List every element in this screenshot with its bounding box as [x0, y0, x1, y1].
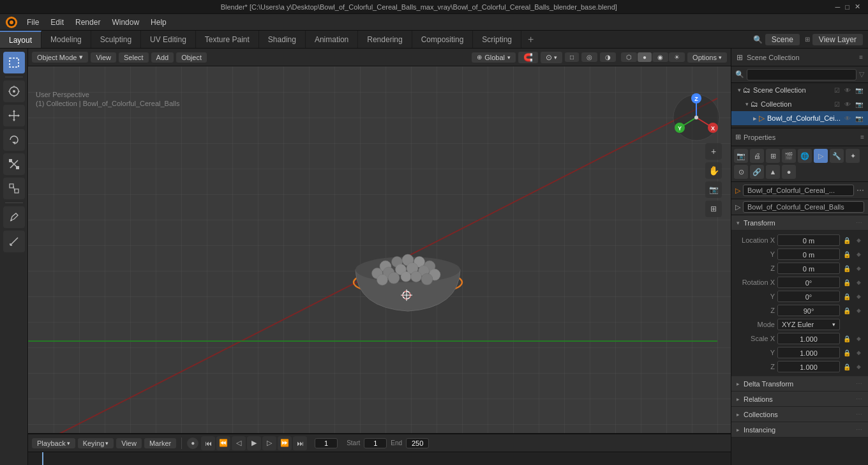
viewport-object-menu[interactable]: Object	[176, 52, 207, 63]
delta-transform-header[interactable]: ▸ Delta Transform ⋯	[731, 376, 868, 392]
rotation-x-val[interactable]: 0°	[777, 277, 840, 288]
bowl-render-btn[interactable]: 📷	[854, 114, 864, 123]
tool-cursor[interactable]	[3, 80, 25, 102]
prop-constraints-icon[interactable]: 🔗	[750, 165, 764, 179]
start-frame[interactable]: 1	[364, 438, 387, 448]
tool-rotate[interactable]	[3, 129, 25, 151]
viewport-xray-toggle[interactable]: ◑	[600, 52, 616, 62]
rot-x-lock[interactable]: 🔒	[842, 279, 851, 286]
tool-transform[interactable]	[3, 178, 25, 199]
scale-y-lock[interactable]: 🔒	[842, 349, 851, 356]
prop-viewlayer-icon[interactable]: ⊞	[766, 149, 780, 163]
marker-menu[interactable]: Marker	[144, 438, 176, 448]
rot-z-lock[interactable]: 🔒	[842, 307, 851, 314]
viewport-3d[interactable]: User Perspective (1) Collection | Bowl_o…	[28, 66, 731, 433]
col-render-btn[interactable]: 📷	[854, 100, 864, 109]
tree-item-collection[interactable]: ▾ 🗂 Collection ☑ 👁 📷	[731, 97, 868, 111]
delta-options[interactable]: ⋯	[856, 380, 863, 387]
object-mode-selector[interactable]: Object Mode ▾	[32, 52, 88, 63]
go-start-btn[interactable]: ⏮	[201, 436, 215, 450]
tool-annotate[interactable]	[3, 206, 25, 228]
col-exclude-btn[interactable]: ☑	[833, 100, 841, 109]
rot-z-key[interactable]: ◆	[854, 307, 863, 314]
tree-item-scene-collection[interactable]: ▾ 🗂 Scene Collection ☑ 👁 📷	[731, 83, 868, 97]
prop-render-icon[interactable]: 📷	[734, 149, 748, 163]
prop-material-icon[interactable]: ●	[782, 165, 796, 179]
prop-physics-icon[interactable]: ⊙	[734, 165, 748, 179]
loc-z-key[interactable]: ◆	[854, 265, 863, 271]
rotation-mode-dropdown[interactable]: XYZ Euler ▾	[777, 319, 840, 330]
tab-uv-editing[interactable]: UV Editing	[141, 31, 196, 48]
prop-particles-icon[interactable]: ✦	[846, 149, 860, 163]
current-frame[interactable]: 1	[315, 438, 338, 448]
loc-y-lock[interactable]: 🔒	[842, 251, 851, 258]
tab-compositing[interactable]: Compositing	[412, 31, 474, 48]
tab-scripting[interactable]: Scripting	[473, 31, 521, 48]
tab-shading[interactable]: Shading	[259, 31, 306, 48]
properties-options[interactable]: ≡	[860, 133, 864, 141]
location-y-val[interactable]: 0 m	[777, 248, 840, 260]
next-frame-btn[interactable]: ⏩	[278, 436, 292, 450]
viewport-proportional-edit[interactable]: ⊙ ▾	[541, 52, 562, 63]
loc-x-lock[interactable]: 🔒	[842, 237, 851, 244]
bowl-visibility-btn[interactable]: 👁	[843, 114, 852, 123]
tab-rendering[interactable]: Rendering	[358, 31, 412, 48]
tool-scale[interactable]	[3, 153, 25, 175]
menu-help[interactable]: Help	[146, 17, 172, 28]
rot-y-lock[interactable]: 🔒	[842, 293, 851, 300]
scale-x-lock[interactable]: 🔒	[842, 335, 851, 342]
tool-move[interactable]	[3, 105, 25, 126]
pan-btn[interactable]: ✋	[705, 162, 722, 179]
object-name-display[interactable]: Bowl_of_Colorful_Cereal_...	[743, 185, 854, 196]
outliner-search-input[interactable]	[747, 69, 857, 80]
minimize-btn[interactable]: ─	[835, 3, 841, 11]
loc-y-key[interactable]: ◆	[854, 251, 863, 257]
scene-exclude-btn[interactable]: ☑	[833, 86, 841, 95]
shading-wireframe[interactable]: ⬡	[621, 52, 637, 62]
viewport-snap-toggle[interactable]: 🧲	[518, 52, 538, 63]
viewport-show-overlays[interactable]: ◎	[581, 52, 597, 62]
scene-selector[interactable]: Scene	[765, 34, 800, 45]
menu-window[interactable]: Window	[107, 17, 144, 28]
outliner-options[interactable]: ≡	[859, 54, 863, 61]
end-frame[interactable]: 250	[406, 438, 429, 448]
viewport-show-gizmo[interactable]: □	[565, 52, 579, 62]
object-custom-props[interactable]: ⋯	[857, 186, 864, 195]
playback-menu[interactable]: Playback ▾	[32, 438, 75, 448]
scene-visibility-btn[interactable]: 👁	[843, 86, 852, 95]
play-btn[interactable]: ▶	[247, 436, 261, 450]
menu-render[interactable]: Render	[70, 17, 105, 28]
tab-layout[interactable]: Layout	[0, 31, 41, 48]
loc-x-key[interactable]: ◆	[854, 237, 863, 243]
tab-sculpting[interactable]: Sculpting	[91, 31, 141, 48]
go-end-btn[interactable]: ⏭	[293, 436, 307, 450]
keyframe-dot[interactable]: ●	[187, 438, 198, 449]
tree-item-bowl[interactable]: ▸ ▷ Bowl_of_Colorful_Cei... 👁 📷	[731, 111, 868, 125]
rot-x-key[interactable]: ◆	[854, 279, 863, 286]
tab-texture-paint[interactable]: Texture Paint	[196, 31, 259, 48]
viewport-options-btn[interactable]: Options ▾	[687, 52, 727, 63]
viewport-transform-selector[interactable]: ⊕ Global ▾	[472, 52, 516, 63]
tab-animation[interactable]: Animation	[306, 31, 358, 48]
location-x-val[interactable]: 0 m	[777, 234, 840, 246]
timeline-scrubber[interactable]	[28, 452, 731, 465]
prop-object-icon[interactable]: ▷	[814, 149, 828, 163]
prev-frame-btn[interactable]: ⏪	[216, 436, 230, 450]
menu-file[interactable]: File	[22, 17, 44, 28]
collections-header[interactable]: ▸ Collections ⋯	[731, 407, 868, 422]
prop-scene-icon[interactable]: 🎬	[782, 149, 796, 163]
viewport-add-menu[interactable]: Add	[151, 52, 174, 63]
shading-rendered[interactable]: ☀	[669, 52, 685, 62]
collections-options[interactable]: ⋯	[856, 411, 863, 418]
tool-measure[interactable]	[3, 231, 25, 252]
tab-modeling[interactable]: Modeling	[41, 31, 91, 48]
prop-data-icon[interactable]: ▲	[766, 165, 780, 179]
tool-select[interactable]	[3, 52, 25, 73]
rot-y-key[interactable]: ◆	[854, 293, 863, 300]
rotation-y-val[interactable]: 0°	[777, 291, 840, 302]
keying-menu[interactable]: Keying ▾	[78, 438, 114, 448]
shading-material[interactable]: ◉	[652, 52, 668, 62]
transform-options[interactable]: ⋯	[856, 219, 863, 226]
next-keyframe-btn[interactable]: ▷	[262, 436, 276, 450]
location-z-val[interactable]: 0 m	[777, 263, 840, 274]
